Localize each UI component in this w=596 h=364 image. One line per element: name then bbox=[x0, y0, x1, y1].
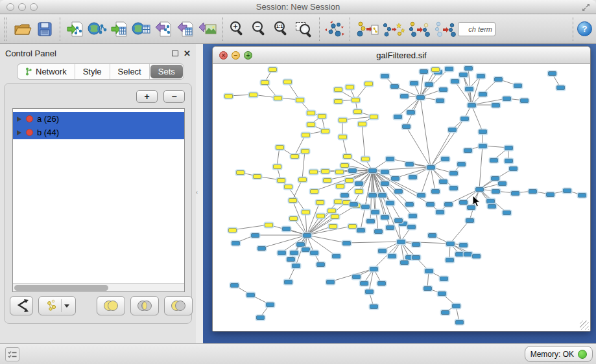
graph-node[interactable] bbox=[251, 233, 259, 238]
graph-node[interactable] bbox=[316, 200, 324, 205]
graph-node[interactable] bbox=[323, 178, 331, 183]
graph-node[interactable] bbox=[339, 118, 347, 122]
graph-node[interactable] bbox=[230, 283, 239, 288]
graph-node[interactable] bbox=[503, 97, 511, 101]
graph-node[interactable] bbox=[273, 165, 281, 169]
frame-maximize-icon[interactable]: + bbox=[244, 51, 252, 60]
export-image-button[interactable] bbox=[197, 17, 219, 41]
new-network-selected-nodes-selected-edges-button[interactable] bbox=[432, 17, 458, 41]
graph-node[interactable] bbox=[298, 177, 307, 182]
graph-node[interactable] bbox=[361, 205, 370, 209]
create-set-from-network-button[interactable] bbox=[38, 296, 76, 315]
graph-node[interactable] bbox=[503, 210, 511, 215]
graph-node[interactable] bbox=[381, 74, 389, 78]
graph-node[interactable] bbox=[465, 87, 473, 91]
graph-node[interactable] bbox=[479, 130, 487, 134]
graph-node[interactable] bbox=[397, 240, 405, 244]
graph-node[interactable] bbox=[416, 95, 425, 100]
zoom-actual-size-button[interactable]: 1:1 bbox=[271, 17, 293, 41]
graph-node[interactable] bbox=[448, 128, 457, 132]
graph-node[interactable] bbox=[348, 168, 357, 173]
graph-node[interactable] bbox=[400, 94, 409, 98]
graph-node[interactable] bbox=[289, 216, 298, 221]
memory-status-button[interactable]: Memory: OK bbox=[525, 346, 593, 362]
tab-style[interactable]: Style bbox=[75, 64, 110, 79]
graph-node[interactable] bbox=[460, 117, 469, 121]
graph-node[interactable] bbox=[261, 80, 269, 85]
graph-node[interactable] bbox=[391, 176, 399, 181]
graph-node[interactable] bbox=[468, 103, 476, 108]
help-button[interactable]: ? bbox=[577, 21, 592, 36]
graph-node[interactable] bbox=[459, 73, 468, 77]
split-set-button[interactable] bbox=[10, 296, 33, 315]
graph-node[interactable] bbox=[224, 94, 233, 98]
graph-node[interactable] bbox=[505, 146, 513, 150]
graph-node[interactable] bbox=[303, 233, 311, 238]
graph-node[interactable] bbox=[451, 79, 459, 84]
graph-node[interactable] bbox=[455, 320, 464, 324]
graph-node[interactable] bbox=[377, 281, 386, 286]
graph-node[interactable] bbox=[386, 201, 394, 205]
difference-sets-button[interactable] bbox=[164, 296, 193, 315]
graph-node[interactable] bbox=[455, 252, 464, 256]
graph-node[interactable] bbox=[326, 280, 335, 284]
graph-node[interactable] bbox=[556, 85, 565, 90]
graph-node[interactable] bbox=[498, 181, 507, 186]
graph-node[interactable] bbox=[328, 209, 336, 213]
close-panel-icon[interactable]: ✕ bbox=[184, 49, 191, 58]
graph-node[interactable] bbox=[475, 187, 484, 192]
graph-node[interactable] bbox=[441, 157, 449, 161]
graph-node[interactable] bbox=[394, 189, 403, 194]
graph-node[interactable] bbox=[316, 214, 325, 218]
graph-node[interactable] bbox=[355, 181, 363, 186]
graph-node[interactable] bbox=[276, 145, 284, 150]
graph-node[interactable] bbox=[289, 198, 297, 203]
graph-node[interactable] bbox=[449, 171, 458, 176]
intersect-sets-button[interactable] bbox=[130, 296, 159, 315]
graph-node[interactable] bbox=[420, 69, 428, 74]
graph-node[interactable] bbox=[407, 110, 415, 115]
graph-node[interactable] bbox=[284, 185, 292, 189]
tab-select[interactable]: Select bbox=[110, 64, 150, 79]
graph-node[interactable] bbox=[402, 124, 411, 129]
export-network-button[interactable] bbox=[152, 17, 174, 41]
graph-node[interactable] bbox=[309, 170, 318, 174]
frame-resize-grip[interactable] bbox=[580, 321, 589, 330]
graph-node[interactable] bbox=[381, 215, 389, 220]
graph-node[interactable] bbox=[329, 224, 337, 229]
graph-node[interactable] bbox=[334, 99, 342, 104]
graph-node[interactable] bbox=[466, 218, 474, 223]
scrollbar-thumb[interactable] bbox=[14, 285, 108, 291]
graph-node[interactable] bbox=[378, 249, 387, 253]
import-network-from-web-button[interactable] bbox=[86, 17, 108, 41]
toolbar-grip[interactable] bbox=[4, 17, 6, 41]
graph-node[interactable] bbox=[334, 199, 342, 204]
graph-node[interactable] bbox=[488, 204, 496, 209]
graph-node[interactable] bbox=[302, 210, 310, 214]
graph-node[interactable] bbox=[335, 170, 344, 174]
graph-node[interactable] bbox=[358, 122, 366, 126]
new-network-from-selection-button[interactable] bbox=[354, 17, 380, 41]
graph-node[interactable] bbox=[410, 81, 418, 85]
graph-node[interactable] bbox=[318, 114, 326, 119]
graph-node[interactable] bbox=[514, 84, 522, 88]
task-history-button[interactable] bbox=[5, 347, 19, 361]
graph-node[interactable] bbox=[292, 264, 300, 268]
graph-node[interactable] bbox=[425, 269, 433, 273]
graph-node[interactable] bbox=[405, 202, 414, 207]
horizontal-scrollbar[interactable] bbox=[13, 283, 184, 291]
graph-node[interactable] bbox=[446, 242, 455, 246]
graph-node[interactable] bbox=[296, 98, 304, 102]
graph-node[interactable] bbox=[277, 178, 285, 183]
fullscreen-icon[interactable] bbox=[581, 3, 591, 12]
set-row-a[interactable]: a (26) bbox=[13, 112, 184, 126]
graph-node[interactable] bbox=[409, 214, 417, 218]
graph-node[interactable] bbox=[291, 154, 299, 159]
graph-node[interactable] bbox=[368, 168, 377, 173]
graph-node[interactable] bbox=[546, 192, 554, 197]
graph-node[interactable] bbox=[353, 109, 362, 114]
network-view-frame[interactable]: × − + galFiltered.sif bbox=[212, 46, 591, 332]
graph-node[interactable] bbox=[394, 218, 403, 223]
new-network-selected-nodes-all-edges-button[interactable] bbox=[406, 17, 432, 41]
graph-node[interactable] bbox=[236, 170, 244, 175]
